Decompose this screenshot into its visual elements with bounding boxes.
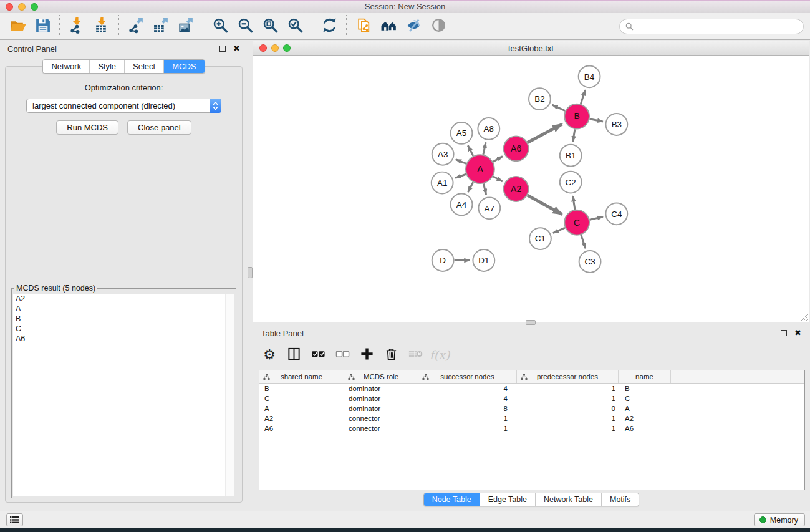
unselect-all-columns-button[interactable] bbox=[333, 346, 352, 364]
mcds-result-item[interactable]: C bbox=[13, 324, 234, 334]
column-header-name[interactable]: name bbox=[619, 370, 671, 383]
mcds-result-item[interactable]: B bbox=[13, 314, 234, 324]
graph-node-B2[interactable]: B2 bbox=[529, 88, 551, 110]
resize-grip-icon[interactable] bbox=[799, 312, 808, 321]
table-cell[interactable]: A bbox=[259, 405, 344, 412]
float-panel-icon[interactable] bbox=[219, 46, 226, 52]
graph-node-B3[interactable]: B3 bbox=[605, 114, 627, 135]
table-row[interactable]: A6connector11A6 bbox=[259, 423, 804, 433]
show-panels-button[interactable] bbox=[6, 513, 23, 526]
edge-A-A1[interactable] bbox=[455, 174, 466, 178]
graph-node-A1[interactable]: A1 bbox=[432, 172, 453, 194]
table-cell[interactable]: 1 bbox=[517, 415, 619, 422]
graph-node-C4[interactable]: C4 bbox=[605, 203, 627, 225]
tab-edge-table[interactable]: Edge Table bbox=[480, 493, 535, 506]
network-minimize-icon[interactable] bbox=[271, 44, 279, 52]
network-canvas[interactable]: AA6A2BCA1A3A4A5A7A8B1B2B3B4C1C2C3C4DD1 bbox=[253, 56, 809, 322]
edge-C-C3[interactable] bbox=[581, 235, 586, 249]
zoom-selected-button[interactable] bbox=[284, 15, 306, 37]
graph-node-A7[interactable]: A7 bbox=[478, 197, 500, 219]
edge-A-A5[interactable] bbox=[468, 145, 473, 156]
table-cell[interactable]: 1 bbox=[517, 425, 619, 432]
apply-layout-button[interactable] bbox=[318, 15, 340, 37]
column-header-shared-name[interactable]: shared name bbox=[259, 370, 344, 383]
clone-network-button[interactable] bbox=[352, 15, 375, 37]
column-header-predecessor-nodes[interactable]: predecessor nodes bbox=[517, 370, 619, 383]
graph-node-A[interactable]: A bbox=[466, 155, 494, 183]
table-row[interactable]: Cdominator41C bbox=[259, 394, 804, 404]
select-all-columns-button[interactable] bbox=[309, 346, 327, 364]
edge-A2-C[interactable] bbox=[528, 195, 562, 215]
table-options-button[interactable]: ⚙ bbox=[260, 346, 279, 364]
graph-node-A2[interactable]: A2 bbox=[504, 177, 529, 201]
table-cell[interactable]: 4 bbox=[418, 395, 517, 402]
table-cell[interactable]: 4 bbox=[418, 385, 517, 392]
edge-A6-B[interactable] bbox=[528, 124, 562, 142]
network-close-icon[interactable] bbox=[259, 44, 267, 52]
close-panel-button[interactable]: Close panel bbox=[127, 120, 191, 135]
edge-A-A7[interactable] bbox=[483, 183, 486, 195]
mcds-result-item[interactable]: A6 bbox=[13, 334, 234, 344]
zoom-out-button[interactable] bbox=[234, 15, 256, 37]
tab-network-table[interactable]: Network Table bbox=[535, 493, 601, 506]
table-cell[interactable]: 0 bbox=[517, 405, 619, 412]
graph-node-A8[interactable]: A8 bbox=[478, 118, 499, 140]
table-cell[interactable]: 1 bbox=[418, 425, 517, 432]
table-cell[interactable]: A6 bbox=[619, 425, 671, 432]
table-cell[interactable]: A bbox=[619, 405, 671, 412]
table-cell[interactable]: A2 bbox=[259, 415, 344, 422]
birds-eye-view-button[interactable] bbox=[427, 15, 450, 37]
edge-B-B2[interactable] bbox=[552, 105, 565, 111]
edge-B-B4[interactable] bbox=[581, 90, 585, 104]
edge-B-B1[interactable] bbox=[573, 129, 575, 142]
tab-select[interactable]: Select bbox=[124, 60, 163, 73]
table-cell[interactable]: B bbox=[619, 385, 671, 392]
table-cell[interactable]: dominator bbox=[344, 405, 418, 412]
graph-node-C1[interactable]: C1 bbox=[529, 228, 551, 249]
mcds-result-item[interactable]: A bbox=[13, 304, 234, 314]
open-session-button[interactable] bbox=[6, 15, 29, 37]
horizontal-splitter-handle[interactable] bbox=[526, 320, 536, 325]
table-cell[interactable]: connector bbox=[344, 415, 418, 422]
table-float-panel-icon[interactable] bbox=[781, 330, 787, 336]
table-cell[interactable]: 1 bbox=[418, 415, 517, 422]
export-network-button[interactable] bbox=[125, 15, 147, 37]
graph-node-B4[interactable]: B4 bbox=[579, 65, 600, 87]
run-mcds-button[interactable]: Run MCDS bbox=[56, 120, 118, 135]
toggle-graphics-details-button[interactable] bbox=[402, 15, 425, 37]
zoom-in-button[interactable] bbox=[209, 15, 231, 37]
graph-node-A5[interactable]: A5 bbox=[451, 122, 473, 144]
memory-button[interactable]: Memory bbox=[754, 513, 805, 526]
export-image-button[interactable] bbox=[175, 15, 197, 37]
tab-style[interactable]: Style bbox=[89, 60, 124, 73]
graph-node-C3[interactable]: C3 bbox=[579, 251, 601, 273]
table-cell[interactable]: C bbox=[619, 395, 671, 402]
table-cell[interactable]: A6 bbox=[259, 425, 344, 432]
export-table-button[interactable] bbox=[150, 15, 172, 37]
graph-node-D1[interactable]: D1 bbox=[473, 249, 494, 271]
close-panel-icon[interactable]: ✖ bbox=[233, 46, 240, 52]
edge-C-C2[interactable] bbox=[573, 196, 575, 210]
graph-node-C[interactable]: C bbox=[564, 210, 589, 235]
edge-C-C4[interactable] bbox=[590, 217, 603, 220]
edge-B-B3[interactable] bbox=[590, 119, 603, 122]
table-cell[interactable]: 8 bbox=[418, 405, 517, 412]
table-cell[interactable]: A2 bbox=[619, 415, 671, 422]
edge-C-C1[interactable] bbox=[553, 228, 565, 233]
table-cell[interactable]: B bbox=[259, 385, 344, 392]
graph-node-B[interactable]: B bbox=[564, 104, 589, 129]
tab-mcds[interactable]: MCDS bbox=[163, 60, 204, 73]
edge-A-A8[interactable] bbox=[483, 142, 486, 154]
import-table-button[interactable] bbox=[90, 15, 113, 37]
edge-A-A2[interactable] bbox=[493, 177, 503, 181]
criterion-select[interactable]: largest connected component (directed) bbox=[26, 99, 221, 113]
save-session-button[interactable] bbox=[31, 15, 54, 37]
network-maximize-icon[interactable] bbox=[283, 44, 291, 52]
vertical-splitter-handle[interactable] bbox=[248, 267, 253, 278]
tab-network[interactable]: Network bbox=[43, 60, 89, 73]
graph-node-A4[interactable]: A4 bbox=[451, 193, 473, 215]
edge-A-A6[interactable] bbox=[493, 157, 503, 162]
table-close-panel-icon[interactable]: ✖ bbox=[794, 330, 801, 336]
edge-A-A4[interactable] bbox=[468, 182, 473, 192]
graph-node-A6[interactable]: A6 bbox=[504, 136, 529, 161]
